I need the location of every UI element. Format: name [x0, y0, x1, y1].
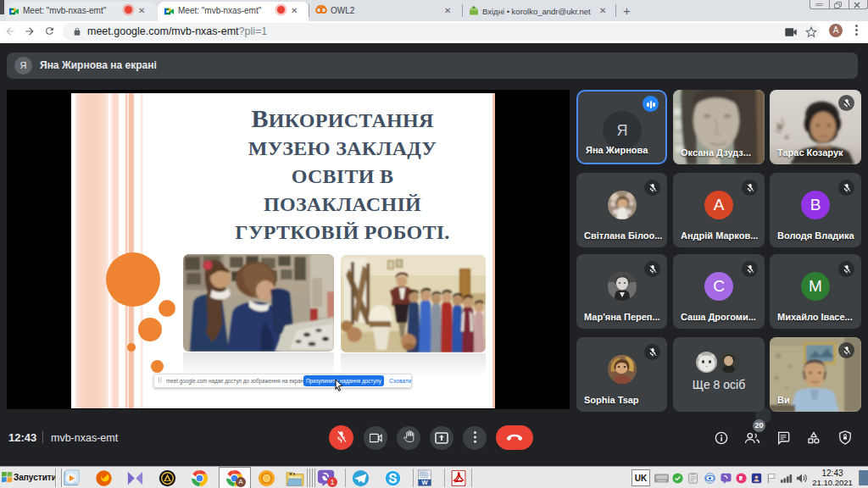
svg-text:W: W	[421, 479, 428, 486]
